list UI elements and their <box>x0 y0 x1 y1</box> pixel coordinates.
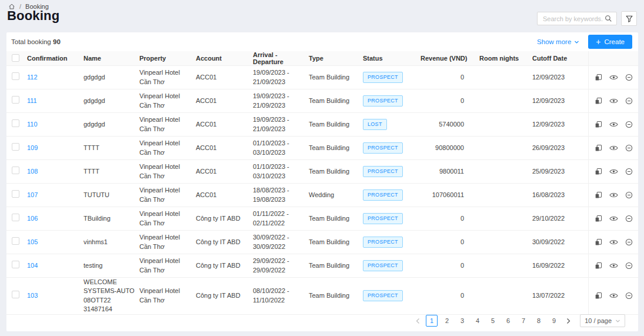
eye-icon[interactable] <box>609 192 618 198</box>
confirmation-cell: 110 <box>27 120 84 129</box>
confirmation-link[interactable]: 104 <box>27 262 38 269</box>
type-cell: Team Building <box>309 144 363 152</box>
copy-icon[interactable] <box>595 215 602 222</box>
copy-icon[interactable] <box>595 262 602 270</box>
row-actions <box>588 160 638 183</box>
row-checkbox[interactable] <box>12 96 19 104</box>
eye-icon[interactable] <box>609 74 618 81</box>
select-all-checkbox[interactable] <box>12 54 19 62</box>
account-cell: Công ty IT ABD <box>196 261 253 270</box>
confirmation-link[interactable]: 105 <box>27 238 38 245</box>
search-box[interactable] <box>537 12 617 25</box>
page-button-9[interactable]: 9 <box>548 315 560 327</box>
minus-circle-icon[interactable] <box>625 215 633 222</box>
minus-circle-icon[interactable] <box>625 97 633 105</box>
next-page-button[interactable] <box>563 315 573 327</box>
table-row: 105 vinhms1 Vinpearl Hotel Cần Thơ Công … <box>6 231 638 254</box>
page-size-select[interactable]: 10 / page <box>580 314 625 327</box>
minus-circle-icon[interactable] <box>625 262 633 270</box>
minus-circle-icon[interactable] <box>625 292 633 300</box>
copy-icon[interactable] <box>595 97 602 105</box>
filter-icon <box>625 15 633 23</box>
confirmation-link[interactable]: 107 <box>27 191 38 198</box>
type-cell: Team Building <box>309 214 363 223</box>
header-type: Type <box>309 55 363 62</box>
header-room-nights: Room nights <box>479 55 532 62</box>
type-cell: Team Building <box>309 120 363 129</box>
filter-button[interactable] <box>621 11 637 26</box>
header-confirmation: Confirmation <box>27 55 84 62</box>
show-more-link[interactable]: Show more <box>537 38 579 45</box>
row-actions <box>588 254 638 277</box>
property-cell: Vinpearl Hotel Cần Thơ <box>139 233 196 251</box>
row-checkbox[interactable] <box>12 143 19 151</box>
row-checkbox[interactable] <box>12 190 19 198</box>
confirmation-link[interactable]: 106 <box>27 215 38 222</box>
row-checkbox[interactable] <box>12 237 19 245</box>
property-cell: Vinpearl Hotel Cần Thơ <box>139 209 196 228</box>
page-button-3[interactable]: 3 <box>456 315 468 327</box>
row-checkbox[interactable] <box>12 214 19 221</box>
row-checkbox[interactable] <box>12 167 19 174</box>
copy-icon[interactable] <box>595 74 602 81</box>
row-checkbox[interactable] <box>12 261 19 268</box>
eye-icon[interactable] <box>609 262 618 269</box>
copy-icon[interactable] <box>595 144 602 152</box>
copy-icon[interactable] <box>595 292 602 300</box>
name-cell: WELCOME SYSTEMS-AUTO 08OTT22 31487164 <box>84 278 139 314</box>
confirmation-link[interactable]: 108 <box>27 168 38 175</box>
cutoff-date-cell: 12/09/2023 <box>532 97 588 105</box>
name-cell: TUTUTU <box>84 191 139 199</box>
row-checkbox[interactable] <box>12 119 19 127</box>
copy-icon[interactable] <box>595 168 602 175</box>
confirmation-link[interactable]: 109 <box>27 144 38 151</box>
chevron-down-icon <box>574 39 579 45</box>
status-badge: PROSPECT <box>363 189 403 201</box>
page-button-6[interactable]: 6 <box>502 315 514 327</box>
revenue-cell: 0 <box>421 291 479 300</box>
confirmation-cell: 108 <box>27 167 84 176</box>
create-button[interactable]: + Create <box>588 35 632 49</box>
row-checkbox[interactable] <box>12 291 19 298</box>
copy-icon[interactable] <box>595 191 602 199</box>
row-checkbox-cell <box>6 261 27 271</box>
minus-circle-icon[interactable] <box>625 168 633 175</box>
eye-icon[interactable] <box>609 145 618 151</box>
cutoff-date-cell: 29/10/2022 <box>532 214 588 223</box>
page-button-4[interactable]: 4 <box>472 315 483 327</box>
page-button-5[interactable]: 5 <box>487 315 499 327</box>
eye-icon[interactable] <box>609 98 618 104</box>
name-cell: gdgdgd <box>84 73 139 82</box>
confirmation-link[interactable]: 103 <box>27 292 38 299</box>
cutoff-date-cell: 25/09/2023 <box>532 167 588 176</box>
arrival-departure-cell: 18/08/2023 - 19/08/2023 <box>253 186 309 204</box>
confirmation-cell: 104 <box>27 261 84 270</box>
confirmation-link[interactable]: 112 <box>27 74 38 81</box>
confirmation-link[interactable]: 110 <box>27 121 38 128</box>
search-input[interactable] <box>542 15 605 23</box>
eye-icon[interactable] <box>609 239 618 245</box>
minus-circle-icon[interactable] <box>625 191 633 199</box>
eye-icon[interactable] <box>609 292 618 299</box>
total-booking-label: Total booking <box>11 38 51 45</box>
eye-icon[interactable] <box>609 168 618 175</box>
page-button-7[interactable]: 7 <box>518 315 529 327</box>
copy-icon[interactable] <box>595 238 602 246</box>
cutoff-date-cell: 13/07/2022 <box>532 291 588 300</box>
page-button-8[interactable]: 8 <box>533 315 545 327</box>
eye-icon[interactable] <box>609 215 618 222</box>
page-button-1[interactable]: 1 <box>426 315 438 327</box>
confirmation-link[interactable]: 111 <box>27 97 37 104</box>
minus-circle-icon[interactable] <box>625 121 633 128</box>
status-badge: PROSPECT <box>363 213 403 224</box>
minus-circle-icon[interactable] <box>625 74 633 81</box>
prev-page-button[interactable] <box>413 315 422 327</box>
search-icon[interactable] <box>605 15 612 22</box>
card-header-actions: Show more + Create <box>537 35 632 49</box>
minus-circle-icon[interactable] <box>625 238 633 246</box>
page-button-2[interactable]: 2 <box>441 315 453 327</box>
copy-icon[interactable] <box>595 121 602 128</box>
row-checkbox[interactable] <box>12 72 19 80</box>
eye-icon[interactable] <box>609 121 618 128</box>
minus-circle-icon[interactable] <box>625 144 633 152</box>
